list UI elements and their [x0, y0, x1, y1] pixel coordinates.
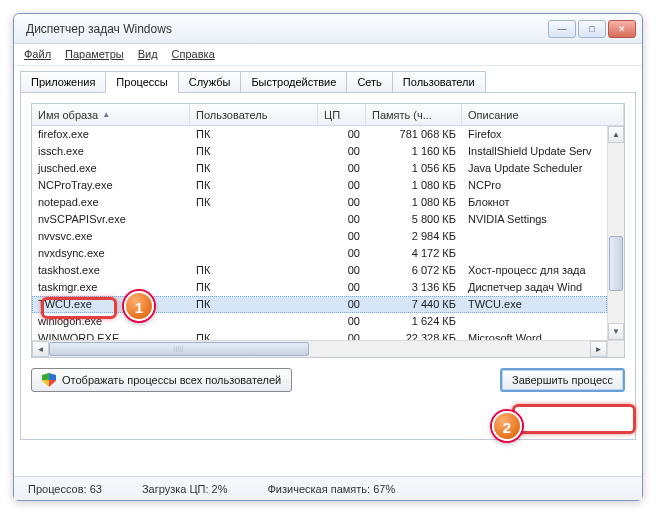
cell: NCProTray.exe — [32, 177, 190, 194]
scroll-left-icon[interactable]: ◄ — [32, 341, 49, 357]
table-row[interactable]: taskmgr.exeПК003 136 КБДиспетчер задач W… — [32, 279, 607, 296]
cell: 00 — [318, 126, 366, 143]
table-row[interactable]: issch.exeПК001 160 КБInstallShield Updat… — [32, 143, 607, 160]
table-row[interactable]: nvxdsync.exe004 172 КБ — [32, 245, 607, 262]
cell: Firefox — [462, 126, 607, 143]
end-process-button[interactable]: Завершить процесс — [500, 368, 625, 392]
cell: 00 — [318, 160, 366, 177]
cell: firefox.exe — [32, 126, 190, 143]
status-memory: Физическая память: 67% — [267, 483, 395, 495]
tab-0[interactable]: Приложения — [20, 71, 106, 93]
cell: 5 800 КБ — [366, 211, 462, 228]
col-memory[interactable]: Память (ч... — [366, 104, 462, 125]
cell — [190, 245, 318, 262]
sort-arrow-icon: ▲ — [102, 110, 110, 119]
cell: NVIDIA Settings — [462, 211, 607, 228]
uac-shield-icon — [42, 373, 56, 387]
table-row[interactable]: NCProTray.exeПК001 080 КБNCPro — [32, 177, 607, 194]
table-row[interactable]: nvSCPAPISvr.exe005 800 КБNVIDIA Settings — [32, 211, 607, 228]
tab-3[interactable]: Быстродействие — [240, 71, 347, 93]
cell: 4 172 КБ — [366, 245, 462, 262]
menubar: Файл Параметры Вид Справка — [14, 44, 642, 66]
minimize-button[interactable]: — — [548, 20, 576, 38]
cell: 00 — [318, 330, 366, 340]
cell: Java Update Scheduler — [462, 160, 607, 177]
cell: 00 — [318, 211, 366, 228]
cell — [462, 228, 607, 245]
close-button[interactable]: ✕ — [608, 20, 636, 38]
cell: 2 984 КБ — [366, 228, 462, 245]
scroll-right-icon[interactable]: ► — [590, 341, 607, 357]
hscroll-thumb[interactable] — [49, 342, 309, 356]
horizontal-scrollbar[interactable]: ◄ ► — [32, 340, 607, 357]
table-row[interactable]: TWCU.exeПК007 440 КБTWCU.exe — [32, 296, 607, 313]
table-row[interactable]: WINWORD.EXEПК0022 328 КБMicrosoft Word — [32, 330, 607, 340]
table-row[interactable]: firefox.exeПК00781 068 КБFirefox — [32, 126, 607, 143]
status-cpu: Загрузка ЦП: 2% — [142, 483, 228, 495]
window-title: Диспетчер задач Windows — [26, 22, 548, 36]
cell: nvSCPAPISvr.exe — [32, 211, 190, 228]
menu-help[interactable]: Справка — [172, 48, 215, 65]
cell: winlogon.exe — [32, 313, 190, 330]
show-all-users-button[interactable]: Отображать процессы всех пользователей — [31, 368, 292, 392]
callout-1: 1 — [124, 291, 154, 321]
table-row[interactable]: taskhost.exeПК006 072 КБХост-процесс для… — [32, 262, 607, 279]
col-image-name[interactable]: Имя образа▲ — [32, 104, 190, 125]
cell: 00 — [318, 313, 366, 330]
cell: ПК — [190, 262, 318, 279]
cell: 1 624 КБ — [366, 313, 462, 330]
pane-bottom-row: Отображать процессы всех пользователей З… — [31, 368, 625, 392]
table-row[interactable]: notepad.exeПК001 080 КББлокнот — [32, 194, 607, 211]
tab-4[interactable]: Сеть — [346, 71, 392, 93]
table-row[interactable]: nvvsvc.exe002 984 КБ — [32, 228, 607, 245]
cell: ПК — [190, 330, 318, 340]
col-cpu[interactable]: ЦП — [318, 104, 366, 125]
cell — [190, 228, 318, 245]
cell: ПК — [190, 296, 318, 313]
cell: ПК — [190, 160, 318, 177]
cell: Microsoft Word — [462, 330, 607, 340]
cell — [190, 211, 318, 228]
cell: ПК — [190, 126, 318, 143]
menu-file[interactable]: Файл — [24, 48, 51, 65]
scroll-up-icon[interactable]: ▲ — [608, 126, 624, 143]
col-user[interactable]: Пользователь — [190, 104, 318, 125]
cell: 00 — [318, 262, 366, 279]
cell: 22 328 КБ — [366, 330, 462, 340]
cell: 1 160 КБ — [366, 143, 462, 160]
scroll-thumb[interactable] — [609, 236, 623, 291]
tab-2[interactable]: Службы — [178, 71, 242, 93]
cell: 3 136 КБ — [366, 279, 462, 296]
window-buttons: — □ ✕ — [548, 20, 636, 38]
cell: 781 068 КБ — [366, 126, 462, 143]
cell: 1 080 КБ — [366, 194, 462, 211]
table-row[interactable]: jusched.exeПК001 056 КБJava Update Sched… — [32, 160, 607, 177]
scroll-corner — [607, 340, 624, 357]
menu-view[interactable]: Вид — [138, 48, 158, 65]
cell: 00 — [318, 228, 366, 245]
cell: 7 440 КБ — [366, 296, 462, 313]
cell: 00 — [318, 143, 366, 160]
task-manager-window: Диспетчер задач Windows — □ ✕ Файл Парам… — [13, 13, 643, 501]
titlebar[interactable]: Диспетчер задач Windows — □ ✕ — [14, 14, 642, 44]
cell — [462, 245, 607, 262]
menu-options[interactable]: Параметры — [65, 48, 124, 65]
cell: 00 — [318, 194, 366, 211]
cell: 00 — [318, 177, 366, 194]
cell: ПК — [190, 177, 318, 194]
cell: ПК — [190, 194, 318, 211]
cell: nvxdsync.exe — [32, 245, 190, 262]
cell: 00 — [318, 245, 366, 262]
tabbar: ПриложенияПроцессыСлужбыБыстродействиеСе… — [14, 66, 642, 92]
col-description[interactable]: Описание — [462, 104, 624, 125]
vertical-scrollbar[interactable]: ▲ ▼ — [607, 126, 624, 340]
process-table: Имя образа▲ Пользователь ЦП Память (ч...… — [31, 103, 625, 358]
tab-1[interactable]: Процессы — [105, 71, 178, 93]
table-row[interactable]: winlogon.exe001 624 КБ — [32, 313, 607, 330]
tab-5[interactable]: Пользователи — [392, 71, 486, 93]
scroll-down-icon[interactable]: ▼ — [608, 323, 624, 340]
table-header: Имя образа▲ Пользователь ЦП Память (ч...… — [32, 104, 624, 126]
cell: TWCU.exe — [462, 296, 607, 313]
maximize-button[interactable]: □ — [578, 20, 606, 38]
cell: WINWORD.EXE — [32, 330, 190, 340]
